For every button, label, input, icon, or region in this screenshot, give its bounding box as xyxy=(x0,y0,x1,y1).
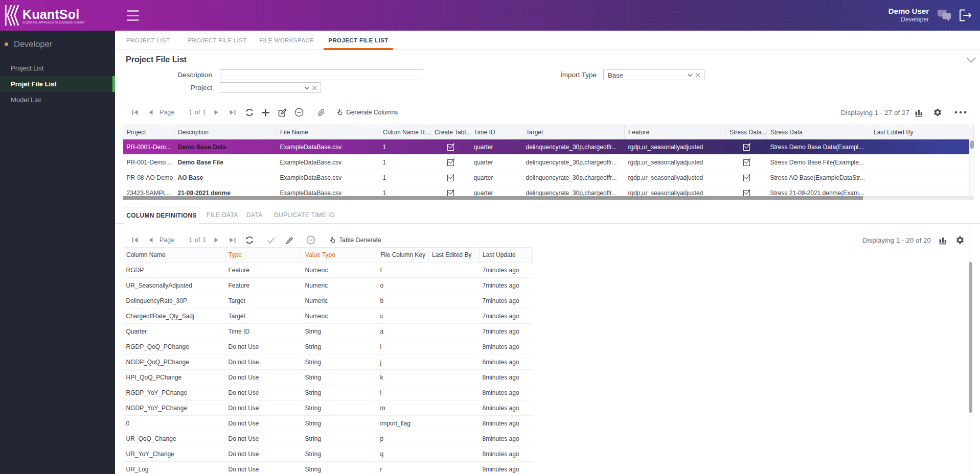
import-type-select[interactable]: Base xyxy=(603,69,704,80)
first-page-icon[interactable] xyxy=(131,236,139,244)
table-row[interactable]: PR-001-Demo ...Demo Base FileExampleData… xyxy=(123,155,970,170)
column-header[interactable]: Target xyxy=(522,125,625,139)
column-header[interactable]: Type xyxy=(225,248,302,263)
next-page-icon[interactable] xyxy=(214,236,220,244)
workspace-tab[interactable]: PROJECT LIST xyxy=(122,31,174,50)
prev-page-icon[interactable] xyxy=(147,236,153,244)
checkbox-checked-icon[interactable] xyxy=(447,175,454,181)
clear-icon[interactable] xyxy=(695,73,700,78)
horizontal-scrollbar[interactable] xyxy=(123,196,974,200)
table-row[interactable]: QuarterTime IDStringa7minutes ago xyxy=(123,324,533,339)
last-page-icon[interactable] xyxy=(229,108,237,116)
checkbox-checked-icon[interactable] xyxy=(743,190,750,196)
last-page-icon[interactable] xyxy=(229,236,237,244)
checkbox-checked-icon[interactable] xyxy=(447,190,454,196)
table-generate-button[interactable]: Table Generate xyxy=(339,236,381,244)
table-row[interactable]: UR_SeasonallyAdjustedFeatureNumerico7min… xyxy=(123,278,533,293)
user-info[interactable]: Demo User Developer xyxy=(888,7,929,23)
hand-icon[interactable] xyxy=(336,109,343,116)
checkbox-checked-icon[interactable] xyxy=(743,144,750,151)
workspace-tab[interactable]: PROJECT FILE LIST xyxy=(324,31,393,50)
sidebar-section[interactable]: Developer xyxy=(0,31,115,49)
table-row[interactable]: UR_YoY_ChangeDo not UseStringq8minutes a… xyxy=(123,446,533,462)
table-row[interactable]: RGDP_YoY_PChangeDo not UseStringl8minute… xyxy=(123,385,533,400)
details-vertical-scrollbar-thumb[interactable] xyxy=(969,262,972,413)
details-tab[interactable]: DATA xyxy=(246,211,262,219)
checkbox-checked-icon[interactable] xyxy=(743,159,750,166)
checkbox-checked-icon[interactable] xyxy=(447,144,454,151)
column-header[interactable]: Description xyxy=(174,125,277,139)
table-row[interactable]: RGDP_QoQ_PChangeDo not UseStringi8minute… xyxy=(123,339,533,354)
column-header[interactable]: Last Edited By xyxy=(429,248,480,263)
remove-icon[interactable] xyxy=(306,235,316,245)
horizontal-scrollbar-thumb[interactable] xyxy=(123,196,863,200)
grid-vertical-scrollbar[interactable] xyxy=(969,139,974,196)
checkbox-checked-icon[interactable] xyxy=(447,159,454,166)
add-icon[interactable] xyxy=(261,108,270,117)
hand-icon[interactable] xyxy=(329,236,336,244)
column-header[interactable]: Time ID xyxy=(470,125,522,139)
table-row[interactable]: ChargeoffRate_Qly_SadjTargetNumericc7min… xyxy=(123,309,533,324)
table-row[interactable]: 0Do not UseStringimport_flag8minutes ago xyxy=(123,416,533,431)
details-tab[interactable]: DUPLICATE TIME ID xyxy=(274,211,335,219)
table-row[interactable]: HPI_QoQ_PChangeDo not UseStringk8minutes… xyxy=(123,370,533,385)
chart-icon[interactable] xyxy=(915,108,924,117)
chevron-down-icon[interactable] xyxy=(304,86,309,90)
column-header[interactable]: Last Update xyxy=(480,248,533,263)
column-header[interactable]: Stress Data... xyxy=(726,125,767,139)
column-header[interactable]: Value Type xyxy=(302,248,377,263)
details-vertical-scrollbar[interactable] xyxy=(968,225,972,474)
details-tab[interactable]: COLUMN DEFINITIONS xyxy=(124,207,199,224)
checkbox-checked-icon[interactable] xyxy=(743,175,750,181)
next-page-icon[interactable] xyxy=(214,108,220,116)
refresh-icon[interactable] xyxy=(245,108,254,117)
first-page-icon[interactable] xyxy=(131,108,139,116)
logout-icon[interactable] xyxy=(959,9,972,22)
sidebar-item[interactable]: Project List xyxy=(0,60,115,76)
table-row[interactable]: PR-08-AO DemoAO BaseExampleDataBase.csv1… xyxy=(123,170,970,185)
apply-check-icon[interactable] xyxy=(266,236,276,244)
panel-collapse-chevron-icon[interactable] xyxy=(966,57,976,63)
gear-icon[interactable] xyxy=(955,235,965,245)
table-row[interactable]: UR_LogDo not UseStringr8minutes ago xyxy=(123,462,533,474)
brand-logo[interactable]: KuantSol SCIENTIFIC APPROACH TO BUSINESS… xyxy=(5,5,115,26)
column-header[interactable]: Column Name xyxy=(123,248,225,263)
table-row[interactable]: 23423-SAMPL...21-09-2021 denmeExampleDat… xyxy=(123,185,970,197)
prev-page-icon[interactable] xyxy=(147,108,153,116)
project-select[interactable] xyxy=(220,82,321,93)
refresh-icon[interactable] xyxy=(245,235,254,245)
clear-icon[interactable] xyxy=(312,85,317,90)
details-tab[interactable]: FILE DATA xyxy=(207,211,238,219)
pencil-icon[interactable] xyxy=(285,236,293,245)
table-row[interactable]: NGDP_QoQ_PChangeDo not UseStringj8minute… xyxy=(123,354,533,370)
column-header[interactable]: Stress Data xyxy=(767,125,870,139)
table-row[interactable]: RGDPFeatureNumericf7minutes ago xyxy=(123,263,533,278)
table-row[interactable]: NGDP_YoY_PChangeDo not UseStringm8minute… xyxy=(123,400,533,416)
column-header[interactable]: Colum Name R... xyxy=(379,125,431,139)
edit-icon[interactable] xyxy=(278,108,287,117)
workspace-tab[interactable]: FILE WORKSPACE xyxy=(254,31,319,50)
menu-toggle-icon[interactable] xyxy=(127,10,139,21)
generate-columns-button[interactable]: Generate Columns xyxy=(346,109,398,116)
sidebar-item[interactable]: Projet File List xyxy=(0,76,115,92)
column-header[interactable]: Feature xyxy=(625,125,726,139)
column-header[interactable]: File Column Key xyxy=(377,248,429,263)
workspace-tab[interactable]: PROJECT FILE LIST xyxy=(184,31,250,50)
chart-icon[interactable] xyxy=(939,236,948,245)
table-row[interactable]: UR_QoQ_ChangeDo not UseStringp8minutes a… xyxy=(123,431,533,446)
sidebar-item[interactable]: Model List xyxy=(0,92,115,108)
description-input[interactable] xyxy=(220,69,423,80)
column-header[interactable]: Last Edited By xyxy=(870,125,970,139)
table-row[interactable]: PR-0001-Dem...Demo Base DataExampleDataB… xyxy=(123,139,970,155)
remove-icon[interactable] xyxy=(294,107,304,117)
gear-icon[interactable] xyxy=(933,108,942,117)
column-header[interactable]: File Name xyxy=(277,125,379,139)
attach-icon[interactable] xyxy=(317,108,325,117)
table-row[interactable]: DelinquencyRate_30PTargetNumericb7minute… xyxy=(123,293,533,309)
chat-icon[interactable] xyxy=(937,9,951,22)
grid-vertical-scrollbar-thumb[interactable] xyxy=(970,140,974,149)
column-header[interactable]: Create Tabl... xyxy=(431,125,470,139)
chevron-down-icon[interactable] xyxy=(688,74,693,77)
more-icon[interactable] xyxy=(954,111,967,114)
column-header[interactable]: Project xyxy=(123,125,174,139)
